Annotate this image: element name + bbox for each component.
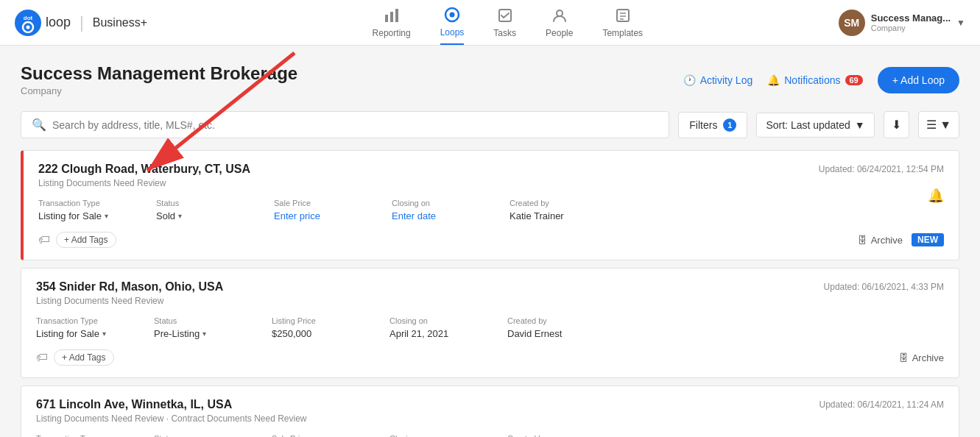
templates-icon: [615, 7, 631, 26]
status-chevron-icon: ▾: [178, 212, 182, 220]
dotloop-logo[interactable]: dot loop: [15, 10, 71, 36]
price-label: Sale Price: [274, 199, 362, 207]
loop-address[interactable]: 671 Lincoln Ave, Winnetka, IL, USA: [36, 398, 307, 411]
filters-button[interactable]: Filters 1: [678, 112, 747, 138]
user-name: Success Manag...: [871, 13, 951, 24]
loop-status-field: Status Pre-Listing ▾: [154, 316, 242, 339]
add-loop-button[interactable]: + Add Loop: [878, 67, 959, 93]
loops-icon: [444, 7, 460, 25]
status-label: Status: [156, 199, 244, 207]
loop-transaction-type-field: Transaction Type Listing for Sale ▾: [38, 199, 127, 221]
list-view-chevron-icon: ▼: [940, 118, 951, 131]
loop-card-header: 671 Lincoln Ave, Winnetka, IL, USA Listi…: [36, 398, 944, 424]
archive-label: Archive: [912, 352, 944, 363]
svg-text:dot: dot: [24, 15, 33, 21]
sort-chevron-icon: ▼: [855, 119, 865, 131]
loop-fields: Transaction Type Listing for Sale ▾ Stat…: [36, 316, 944, 339]
add-tags-button[interactable]: + Add Tags: [56, 232, 116, 248]
tasks-icon: [497, 7, 513, 26]
nav-people-label: People: [546, 28, 573, 38]
search-filter-bar: 🔍 Filters 1 Sort: Last updated ▼ ⬇ ☰ ▼: [21, 111, 959, 138]
notifications-link[interactable]: 🔔 Notifications 69: [767, 74, 863, 86]
transaction-type-label: Transaction Type: [38, 199, 127, 207]
loop-closing-field: Closing on April 21, 2021: [389, 316, 478, 339]
created-label: Created by: [510, 199, 598, 207]
loop-price-field: Sale Price Enter price: [274, 199, 362, 221]
closing-label: Closing on: [389, 434, 478, 437]
page-title: Success Management Brokerage: [21, 63, 683, 84]
nav-loops[interactable]: Loops: [440, 1, 465, 45]
filters-label: Filters: [689, 119, 717, 131]
svg-point-10: [557, 10, 563, 16]
loop-card: 222 Clough Road, Waterbury, CT, USA List…: [21, 150, 959, 260]
loop-status-note: Listing Documents Need Review: [36, 296, 223, 306]
closing-label: Closing on: [392, 199, 480, 207]
status-value[interactable]: Pre-Listing ▾: [154, 328, 242, 339]
logo-area: dot loop | Business+: [15, 10, 147, 36]
loop-closing-field: Closing on Enter date: [392, 199, 480, 221]
nav-people[interactable]: People: [546, 1, 573, 44]
loop-card-footer: 🏷 + Add Tags 🗄 Archive NEW: [38, 232, 944, 248]
archive-button[interactable]: 🗄 Archive: [899, 352, 944, 363]
loop-created-field: Created by Wade Boothe: [507, 434, 596, 437]
user-menu[interactable]: SM Success Manag... Company ▼: [839, 10, 965, 36]
loop-header-left: 222 Clough Road, Waterbury, CT, USA List…: [38, 163, 250, 188]
loop-status-note: Listing Documents Need Review · Contract…: [36, 413, 307, 424]
add-tags-button[interactable]: + Add Tags: [54, 349, 114, 366]
nav-templates[interactable]: Templates: [602, 1, 643, 44]
loop-address[interactable]: 354 Snider Rd, Mason, Ohio, USA: [36, 280, 223, 294]
created-value: Katie Trainer: [510, 210, 598, 221]
loop-card-footer: 🏷 + Add Tags 🗄 Archive: [36, 349, 944, 366]
page-header: Success Management Brokerage Company 🕐 A…: [21, 63, 959, 96]
tags-area: 🏷 + Add Tags: [38, 232, 116, 248]
closing-value[interactable]: Enter date: [392, 210, 480, 221]
sort-button[interactable]: Sort: Last updated ▼: [756, 113, 874, 138]
created-value: David Ernest: [507, 328, 596, 339]
tags-area: 🏷 + Add Tags: [36, 349, 114, 366]
tag-icon: 🏷: [38, 233, 50, 246]
loops-list: 222 Clough Road, Waterbury, CT, USA List…: [21, 150, 959, 437]
loop-header-right: Updated: 06/16/2021, 4:33 PM: [824, 280, 944, 292]
notifications-label: Notifications: [784, 74, 840, 86]
list-view-button[interactable]: ☰ ▼: [918, 111, 959, 138]
clock-icon: 🕐: [683, 74, 696, 86]
footer-actions: 🗄 Archive NEW: [858, 233, 944, 246]
archive-button[interactable]: 🗄 Archive: [858, 235, 903, 246]
loop-address[interactable]: 222 Clough Road, Waterbury, CT, USA: [38, 163, 250, 176]
price-value[interactable]: Enter price: [274, 210, 362, 221]
view-toggle: ☰ ▼: [918, 111, 959, 138]
status-value[interactable]: Sold ▾: [156, 210, 244, 221]
page-content: Success Management Brokerage Company 🕐 A…: [0, 46, 980, 437]
business-plus-label: Business+: [93, 16, 147, 29]
activity-log-link[interactable]: 🕐 Activity Log: [683, 74, 753, 86]
add-tags-label: + Add Tags: [64, 235, 108, 245]
user-menu-chevron-icon: ▼: [956, 18, 965, 28]
footer-actions: 🗄 Archive: [899, 352, 944, 363]
svg-rect-4: [385, 15, 388, 22]
notification-count: 69: [845, 75, 863, 85]
loop-transaction-type-field: Transaction Type Listing for Sale ▾: [36, 434, 124, 437]
nav-reporting[interactable]: Reporting: [373, 1, 411, 44]
archive-icon: 🗄: [899, 352, 909, 363]
download-button[interactable]: ⬇: [884, 111, 909, 138]
search-input[interactable]: [52, 119, 658, 131]
download-icon: ⬇: [892, 118, 901, 131]
nav-tasks[interactable]: Tasks: [493, 1, 516, 44]
created-label: Created by: [507, 316, 596, 325]
bell-icon: 🔔: [767, 74, 780, 86]
loop-updated: Updated: 06/24/2021, 12:54 PM: [819, 164, 944, 174]
price-value: $250,000: [272, 328, 360, 339]
reporting-icon: [384, 7, 400, 26]
transaction-type-label: Transaction Type: [36, 434, 124, 437]
nav-templates-label: Templates: [602, 28, 643, 38]
nav-tasks-label: Tasks: [493, 28, 516, 38]
transaction-type-value[interactable]: Listing for Sale ▾: [38, 210, 127, 221]
activity-log-label: Activity Log: [700, 74, 753, 86]
status-label: Status: [154, 434, 242, 437]
list-view-icon: ☰: [926, 118, 937, 131]
loop-card: 671 Lincoln Ave, Winnetka, IL, USA Listi…: [21, 386, 959, 437]
archive-label: Archive: [871, 235, 903, 246]
transaction-type-value[interactable]: Listing for Sale ▾: [36, 328, 124, 339]
tag-icon: 🏷: [36, 351, 48, 364]
price-label: Sale Price: [272, 434, 360, 437]
